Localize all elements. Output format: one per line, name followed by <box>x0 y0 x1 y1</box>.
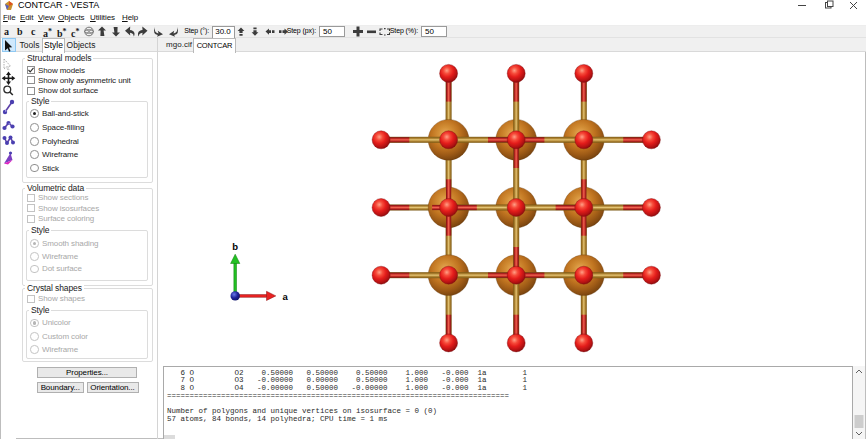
svg-text:a: a <box>283 291 289 302</box>
svg-text:b: b <box>232 241 238 252</box>
